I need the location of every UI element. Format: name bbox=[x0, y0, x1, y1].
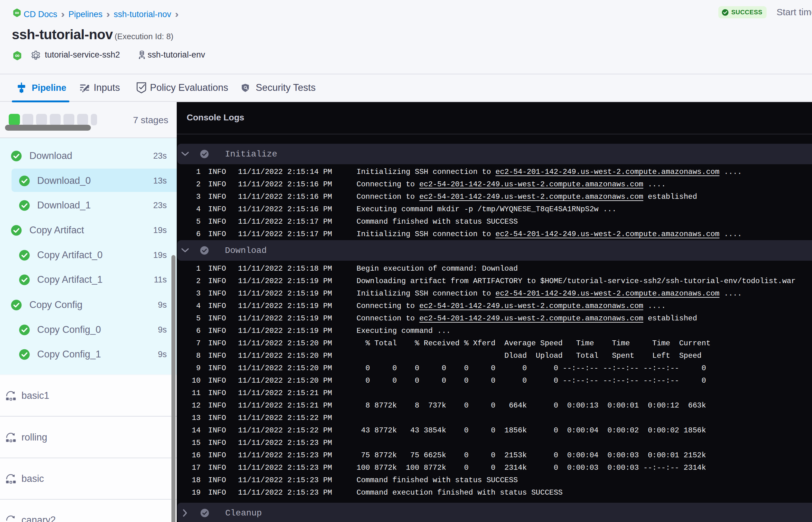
svg-text:∞: ∞ bbox=[15, 52, 20, 59]
svg-text:∞: ∞ bbox=[15, 9, 19, 16]
